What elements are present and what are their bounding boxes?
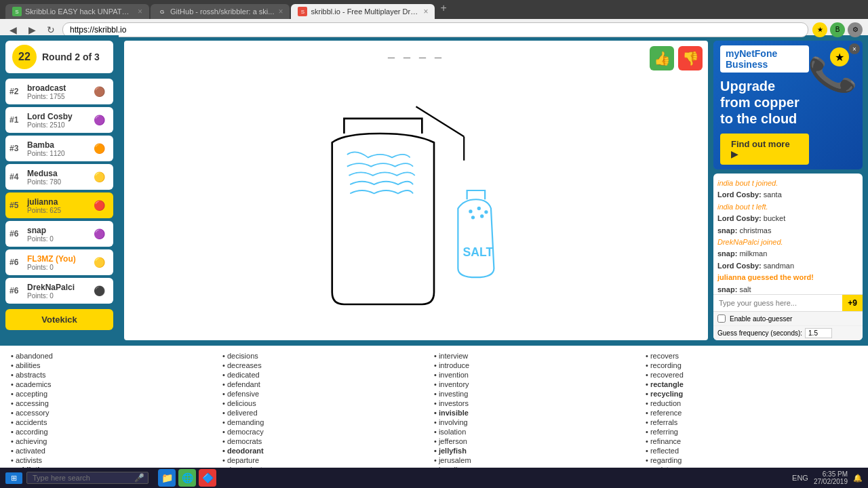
player-name: snap	[27, 226, 85, 235]
word-item[interactable]: • defensive	[222, 389, 434, 399]
word-item[interactable]: • democrats	[222, 436, 434, 446]
word-item[interactable]: • demanding	[222, 418, 434, 427]
chat-input[interactable]	[713, 295, 842, 311]
word-item[interactable]: • defendant	[222, 380, 434, 389]
word-column-1: • abandoned • abilities • abstracts • ac…	[11, 351, 222, 483]
tab-2-close[interactable]: ×	[278, 7, 283, 16]
player-points: Points: 780	[27, 178, 85, 186]
player-item: #6 DrekNaPalci Points: 0 ⚫	[5, 278, 113, 304]
word-item[interactable]: • accidents	[11, 418, 222, 427]
new-tab-button[interactable]: +	[436, 2, 450, 14]
word-item[interactable]: • isolation	[434, 427, 646, 436]
auto-guesser-checkbox[interactable]	[717, 314, 726, 323]
player-info: snap Points: 0	[27, 226, 85, 243]
word-item[interactable]: • recovered	[646, 370, 857, 380]
word-item[interactable]: • involving	[434, 418, 646, 427]
word-item[interactable]: • refinance	[646, 436, 857, 446]
word-item[interactable]: • invention	[434, 370, 646, 380]
word-item[interactable]: • activated	[11, 446, 222, 455]
browser-tabs: S Skribbl.io EASY hack UNPATCH... × G Gi…	[0, 0, 868, 19]
round-circle: 22	[12, 45, 37, 69]
word-item-bold[interactable]: • jellyfish	[434, 446, 646, 455]
chat-message: india bout t joined.	[717, 178, 859, 189]
tab-1-close[interactable]: ×	[138, 7, 142, 16]
player-points: Points: 2510	[27, 121, 85, 129]
word-item[interactable]: • investors	[434, 399, 646, 408]
player-points: Points: 0	[27, 292, 85, 300]
word-item[interactable]: • referrals	[646, 418, 857, 427]
word-item[interactable]: • referring	[646, 427, 857, 436]
word-item[interactable]: • abandoned	[11, 351, 222, 361]
votekick-button[interactable]: Votekick	[5, 309, 113, 330]
word-item[interactable]: • regarding	[646, 455, 857, 465]
ad-banner[interactable]: × myNetFone Business Upgrade from copper…	[713, 41, 863, 169]
taskbar-app-other[interactable]: 🔷	[199, 469, 216, 487]
tab-2-label: GitHub - rossh/skribbler: a ski...	[170, 7, 274, 16]
word-item[interactable]: • reduction	[646, 399, 857, 408]
chat-message: snap: christmas	[717, 225, 859, 237]
time-display: 6:35 PM	[823, 470, 848, 478]
taskbar-app-explorer[interactable]: 📁	[158, 469, 176, 487]
player-rank: #3	[9, 144, 23, 153]
tab-1[interactable]: S Skribbl.io EASY hack UNPATCH... ×	[5, 4, 149, 19]
date-display: 27/02/2019	[814, 478, 848, 485]
word-item[interactable]: • democracy	[222, 427, 434, 436]
player-info: Lord Cosby Points: 2510	[27, 112, 85, 129]
player-name: broadcast	[27, 83, 85, 93]
word-item[interactable]: • jerusalem	[434, 455, 646, 465]
word-item[interactable]: • accessory	[11, 408, 222, 418]
word-item[interactable]: • reflected	[646, 446, 857, 455]
chat-plus-button[interactable]: +9	[842, 295, 863, 311]
player-item-highlighted: #5 julianna Points: 625 🔴	[5, 192, 113, 218]
word-item[interactable]: • activists	[11, 455, 222, 465]
word-item[interactable]: • academics	[11, 380, 222, 389]
word-item[interactable]: • inventory	[434, 380, 646, 389]
word-item[interactable]: • achieving	[11, 436, 222, 446]
word-item[interactable]: • decreases	[222, 361, 434, 370]
freq-input[interactable]	[805, 328, 832, 338]
player-avatar: 🟣	[89, 224, 109, 244]
tab-3[interactable]: S skribbl.io - Free Multiplayer Dra... ×	[291, 4, 435, 19]
drawing-canvas[interactable]: SALT	[124, 41, 708, 340]
player-points: Points: 1120	[27, 150, 85, 157]
word-item[interactable]: • recording	[646, 361, 857, 370]
word-item[interactable]: • according	[11, 427, 222, 436]
page: 22 Round 2 of 3 #2 broadcast Points: 175…	[0, 35, 868, 488]
word-item[interactable]: • departure	[222, 455, 434, 465]
word-item[interactable]: • accepting	[11, 389, 222, 399]
word-item[interactable]: • reference	[646, 408, 857, 418]
word-item[interactable]: • introduce	[434, 361, 646, 370]
word-item[interactable]: • accessing	[11, 399, 222, 408]
player-rank: #1	[9, 115, 23, 125]
taskbar-apps: 📁 🌐 🔷	[158, 469, 216, 487]
word-item[interactable]: • delivered	[222, 408, 434, 418]
start-button[interactable]: ⊞	[5, 472, 22, 484]
word-item[interactable]: • abilities	[11, 361, 222, 370]
taskbar-app-chrome[interactable]: 🌐	[178, 469, 196, 487]
tab-3-close[interactable]: ×	[423, 7, 428, 16]
tab-2[interactable]: G GitHub - rossh/skribbler: a ski... ×	[151, 4, 290, 19]
player-item: #1 Lord Cosby Points: 2510 🟣	[5, 107, 113, 133]
word-item-bold[interactable]: • deodorant	[222, 446, 434, 455]
ad-cta-button[interactable]: Find out more ▶	[720, 134, 809, 165]
word-item[interactable]: • jefferson	[434, 436, 646, 446]
word-item-bold[interactable]: • rectangle	[646, 380, 857, 389]
word-item[interactable]: • interview	[434, 351, 646, 361]
word-item-bold[interactable]: • recycling	[646, 389, 857, 399]
player-avatar: 🔴	[89, 195, 109, 216]
svg-point-3	[477, 207, 481, 210]
taskbar-search-input[interactable]	[26, 472, 149, 484]
word-item[interactable]: • abstracts	[11, 370, 222, 380]
word-item[interactable]: • dedicated	[222, 370, 434, 380]
word-item-bold[interactable]: • invisible	[434, 408, 646, 418]
player-avatar: 🟡	[89, 252, 109, 272]
round-header: 22 Round 2 of 3	[5, 41, 113, 73]
player-rank: #6	[9, 229, 23, 239]
player-info: Medusa Points: 780	[27, 169, 85, 186]
svg-point-4	[484, 210, 488, 214]
word-item[interactable]: • delicious	[222, 399, 434, 408]
word-item[interactable]: • decisions	[222, 351, 434, 361]
word-item[interactable]: • recovers	[646, 351, 857, 361]
auto-guesser-label: Enable auto-guesser	[730, 315, 792, 323]
word-item[interactable]: • investing	[434, 389, 646, 399]
